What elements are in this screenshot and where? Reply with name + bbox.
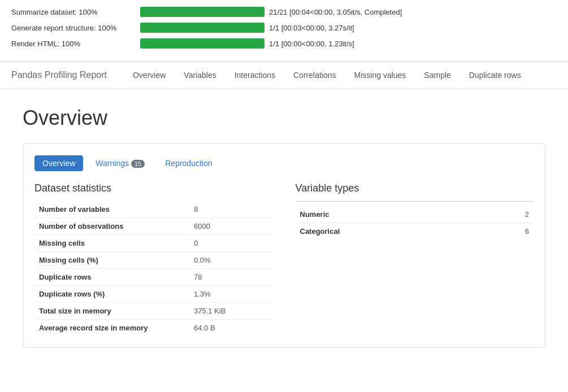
stats-key: Total size in memory xyxy=(34,303,189,320)
vtype-value: 6 xyxy=(483,223,534,240)
vtype-row: Categorical6 xyxy=(296,223,534,240)
navbar: Pandas Profiling Report Overview Variabl… xyxy=(0,61,568,89)
progress-label: Render HTML: 100% xyxy=(11,40,136,48)
vtype-divider xyxy=(296,201,534,202)
tab-reproduction[interactable]: Reproduction xyxy=(157,155,220,171)
page-title: Overview xyxy=(23,106,545,130)
stats-key: Number of variables xyxy=(34,201,189,218)
nav-item-interactions[interactable]: Interactions xyxy=(226,61,284,89)
nav-item-variables[interactable]: Variables xyxy=(175,61,225,89)
progress-row: Generate report structure: 100%1/1 [00:0… xyxy=(11,23,557,33)
progress-bar-fill xyxy=(140,7,265,17)
tab-warnings[interactable]: Warnings15 xyxy=(88,155,153,171)
stats-key: Missing cells (%) xyxy=(34,252,189,269)
stats-value: 0 xyxy=(189,235,273,252)
progress-bar-container xyxy=(140,38,265,49)
progress-detail: 21/21 [00:04<00:00, 3.05it/s, Completed] xyxy=(269,8,402,16)
progress-bar-container xyxy=(140,7,265,17)
variable-types-title: Variable types xyxy=(296,182,534,194)
dataset-statistics-title: Dataset statistics xyxy=(34,182,273,194)
tab-bar: OverviewWarnings15Reproduction xyxy=(34,155,534,171)
stats-row: Number of variables8 xyxy=(34,201,273,218)
stats-value: 0.0% xyxy=(189,252,273,269)
vtype-key: Categorical xyxy=(296,223,484,240)
progress-label: Generate report structure: 100% xyxy=(11,24,136,32)
navbar-brand: Pandas Profiling Report xyxy=(11,70,107,80)
stats-key: Number of observations xyxy=(34,218,189,235)
progress-row: Summarize dataset: 100%21/21 [00:04<00:0… xyxy=(11,7,557,17)
two-col-layout: Dataset statistics Number of variables8N… xyxy=(34,182,534,336)
nav-item-missing-values[interactable]: Missing values xyxy=(345,61,415,89)
vtype-table: Numeric2Categorical6 xyxy=(296,206,534,239)
progress-detail: 1/1 [00:00<00:00, 1.23it/s] xyxy=(269,40,354,48)
progress-row: Render HTML: 100%1/1 [00:00<00:00, 1.23i… xyxy=(11,38,557,49)
progress-bar-container xyxy=(140,23,265,33)
variable-types-col: Variable types Numeric2Categorical6 xyxy=(296,182,534,336)
vtype-row: Numeric2 xyxy=(296,206,534,223)
main-content: Overview OverviewWarnings15Reproduction … xyxy=(0,89,568,365)
stats-key: Duplicate rows xyxy=(34,269,189,286)
nav-items: Overview Variables Interactions Correlat… xyxy=(124,61,530,89)
vtype-value: 2 xyxy=(483,206,534,223)
progress-bar-fill xyxy=(140,23,265,33)
stats-value: 1.3% xyxy=(189,286,273,303)
stats-row: Average record size in memory64.0 B xyxy=(34,320,273,337)
stats-key: Duplicate rows (%) xyxy=(34,286,189,303)
stats-value: 64.0 B xyxy=(189,320,273,337)
stats-row: Total size in memory375.1 KiB xyxy=(34,303,273,320)
stats-row: Missing cells0 xyxy=(34,235,273,252)
dataset-statistics-col: Dataset statistics Number of variables8N… xyxy=(34,182,273,336)
tab-overview[interactable]: Overview xyxy=(34,155,83,171)
vtype-key: Numeric xyxy=(296,206,484,223)
stats-row: Number of observations6000 xyxy=(34,218,273,235)
stats-row: Duplicate rows78 xyxy=(34,269,273,286)
stats-row: Missing cells (%)0.0% xyxy=(34,252,273,269)
stats-value: 78 xyxy=(189,269,273,286)
progress-detail: 1/1 [00:03<00:00, 3.27s/it] xyxy=(269,24,354,32)
stats-value: 8 xyxy=(189,201,273,218)
stats-row: Duplicate rows (%)1.3% xyxy=(34,286,273,303)
stats-key: Missing cells xyxy=(34,235,189,252)
tab-badge: 15 xyxy=(131,160,145,168)
nav-item-sample[interactable]: Sample xyxy=(415,61,459,89)
nav-item-duplicate-rows[interactable]: Duplicate rows xyxy=(460,61,530,89)
stats-value: 6000 xyxy=(189,218,273,235)
progress-bar-fill xyxy=(140,38,265,49)
stats-key: Average record size in memory xyxy=(34,320,189,337)
stats-value: 375.1 KiB xyxy=(189,303,273,320)
overview-card: OverviewWarnings15Reproduction Dataset s… xyxy=(23,143,545,348)
progress-label: Summarize dataset: 100% xyxy=(11,8,136,16)
nav-item-correlations[interactable]: Correlations xyxy=(284,61,345,89)
nav-item-overview[interactable]: Overview xyxy=(124,61,175,89)
stats-table: Number of variables8Number of observatio… xyxy=(34,201,273,336)
progress-section: Summarize dataset: 100%21/21 [00:04<00:0… xyxy=(0,0,568,61)
